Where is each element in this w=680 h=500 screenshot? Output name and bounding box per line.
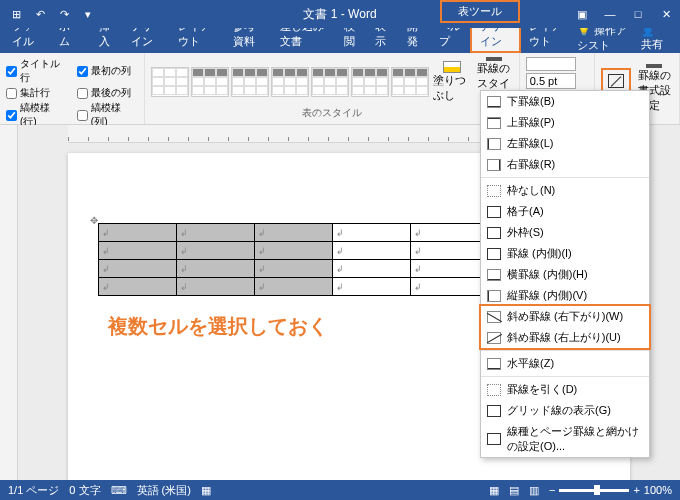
border-menu-item[interactable]: 斜め罫線 (右下がり)(W) [481, 306, 649, 327]
border-type-icon [487, 227, 501, 239]
table-style-thumb[interactable] [391, 67, 429, 97]
ribbon-options-icon[interactable]: ▣ [568, 0, 596, 28]
border-menu-item[interactable]: 罫線を引く(D) [481, 379, 649, 400]
word-count[interactable]: 0 文字 [69, 483, 100, 498]
border-menu-item[interactable]: 右罫線(R) [481, 154, 649, 175]
border-type-icon [487, 96, 501, 108]
opt-最初の列[interactable]: 最初の列 [77, 57, 138, 85]
border-type-icon [487, 206, 501, 218]
border-type-icon [487, 405, 501, 417]
table-style-thumb[interactable] [271, 67, 309, 97]
line-style-thumb[interactable] [526, 57, 576, 71]
group-style-options: タイトル行最初の列集計行最後の列縞模様 (行)縞模様 (列) 表スタイルのオプシ… [0, 53, 145, 124]
table-cell[interactable]: ↲ [411, 242, 489, 260]
maximize-icon[interactable]: □ [624, 0, 652, 28]
title-bar: ⊞ ↶ ↷ ▾ 文書 1 - Word 表ツール ▣ — □ ✕ [0, 0, 680, 28]
table-anchor-icon[interactable]: ✥ [90, 215, 98, 226]
border-menu-item[interactable]: 左罫線(L) [481, 133, 649, 154]
table-cell[interactable]: ↲ [333, 260, 411, 278]
view-print-icon[interactable]: ▦ [489, 484, 499, 497]
zoom-control[interactable]: − + 100% [549, 484, 672, 496]
border-menu-item[interactable]: 上罫線(P) [481, 112, 649, 133]
window-title: 文書 1 - Word [303, 6, 376, 23]
table-style-thumb[interactable] [191, 67, 229, 97]
border-type-icon [487, 159, 501, 171]
table-cell[interactable]: ↲ [411, 260, 489, 278]
window-controls: ▣ — □ ✕ [568, 0, 680, 28]
table-cell[interactable]: ↲ [177, 278, 255, 296]
border-menu-item[interactable]: 縦罫線 (内側)(V) [481, 285, 649, 306]
table-cell[interactable]: ↲ [255, 260, 333, 278]
zoom-out-icon[interactable]: − [549, 484, 555, 496]
status-bar: 1/1 ページ 0 文字 ⌨ 英語 (米国) ▦ ▦ ▤ ▥ − + 100% [0, 480, 680, 500]
border-menu-item[interactable]: 横罫線 (内側)(H) [481, 264, 649, 285]
qat-more-icon[interactable]: ▾ [78, 4, 98, 24]
zoom-in-icon[interactable]: + [633, 484, 639, 496]
opt-集計行[interactable]: 集計行 [6, 86, 67, 100]
table-cell[interactable]: ↲ [411, 224, 489, 242]
fill-icon [443, 61, 461, 73]
minimize-icon[interactable]: — [596, 0, 624, 28]
table-cell[interactable]: ↲ [177, 224, 255, 242]
view-web-icon[interactable]: ▥ [529, 484, 539, 497]
border-menu-item[interactable]: 斜め罫線 (右上がり)(U) [481, 327, 649, 348]
border-menu-item[interactable]: 下罫線(B) [481, 91, 649, 112]
view-read-icon[interactable]: ▤ [509, 484, 519, 497]
zoom-level[interactable]: 100% [644, 484, 672, 496]
border-menu-item[interactable]: 水平線(Z) [481, 353, 649, 374]
border-type-icon [487, 138, 501, 150]
context-tab-label: 表ツール [440, 0, 520, 23]
border-menu-item[interactable]: 枠なし(N) [481, 180, 649, 201]
table-cell[interactable]: ↲ [99, 260, 177, 278]
border-type-icon [487, 433, 501, 445]
opt-最後の列[interactable]: 最後の列 [77, 86, 138, 100]
fill-button[interactable]: 塗りつぶし [433, 61, 471, 103]
table-cell[interactable]: ↲ [411, 278, 489, 296]
table-cell[interactable]: ↲ [255, 224, 333, 242]
border-menu-item[interactable]: 罫線 (内側)(I) [481, 243, 649, 264]
border-type-icon [487, 248, 501, 260]
border-type-icon [487, 311, 501, 323]
redo-icon[interactable]: ↷ [54, 4, 74, 24]
opt-タイトル行[interactable]: タイトル行 [6, 57, 67, 85]
border-menu-item[interactable]: グリッド線の表示(G) [481, 400, 649, 421]
border-menu-item[interactable]: 外枠(S) [481, 222, 649, 243]
table-cell[interactable]: ↲ [333, 224, 411, 242]
borders-dropdown-menu: 下罫線(B)上罫線(P)左罫線(L)右罫線(R)枠なし(N)格子(A)外枠(S)… [480, 90, 650, 458]
borders-icon [608, 74, 624, 88]
language-icon: ⌨ [111, 484, 127, 497]
table-style-thumb[interactable] [231, 67, 269, 97]
table-cell[interactable]: ↲ [99, 278, 177, 296]
annotation-text: 複数セルを選択しておく [108, 313, 328, 340]
close-icon[interactable]: ✕ [652, 0, 680, 28]
vertical-ruler[interactable] [0, 125, 18, 480]
table-style-thumb[interactable] [351, 67, 389, 97]
border-type-icon [487, 290, 501, 302]
macro-record-icon[interactable]: ▦ [201, 484, 211, 497]
group-table-styles: 塗りつぶし 罫線の スタイル 表のスタイル [145, 53, 520, 124]
table-style-thumb[interactable] [311, 67, 349, 97]
share-button[interactable]: 👤 共有 [641, 24, 668, 52]
table-cell[interactable]: ↲ [255, 278, 333, 296]
table-cell[interactable]: ↲ [333, 242, 411, 260]
document-table[interactable]: ↲↲↲↲↲↲↲↲↲↲↲↲↲↲↲↲↲↲↲↲ [98, 223, 489, 296]
styles-gallery[interactable] [151, 67, 429, 97]
table-cell[interactable]: ↲ [99, 224, 177, 242]
table-cell[interactable]: ↲ [333, 278, 411, 296]
table-cell[interactable]: ↲ [177, 260, 255, 278]
page-count[interactable]: 1/1 ページ [8, 483, 59, 498]
zoom-slider[interactable] [559, 489, 629, 492]
table-cell[interactable]: ↲ [99, 242, 177, 260]
line-weight-input[interactable] [526, 73, 576, 89]
border-menu-item[interactable]: 線種とページ罫線と網かけの設定(O)... [481, 421, 649, 457]
table-cell[interactable]: ↲ [255, 242, 333, 260]
quick-access-toolbar: ⊞ ↶ ↷ ▾ [0, 4, 104, 24]
save-icon[interactable]: ⊞ [6, 4, 26, 24]
border-menu-item[interactable]: 格子(A) [481, 201, 649, 222]
language[interactable]: 英語 (米国) [137, 483, 191, 498]
undo-icon[interactable]: ↶ [30, 4, 50, 24]
table-cell[interactable]: ↲ [177, 242, 255, 260]
table-style-thumb[interactable] [151, 67, 189, 97]
border-type-icon [487, 185, 501, 197]
ribbon-tabs: ファイルホーム挿入デザインレイアウト参考資料差し込み文書校閲表示開発ヘルプデザイ… [0, 28, 680, 53]
